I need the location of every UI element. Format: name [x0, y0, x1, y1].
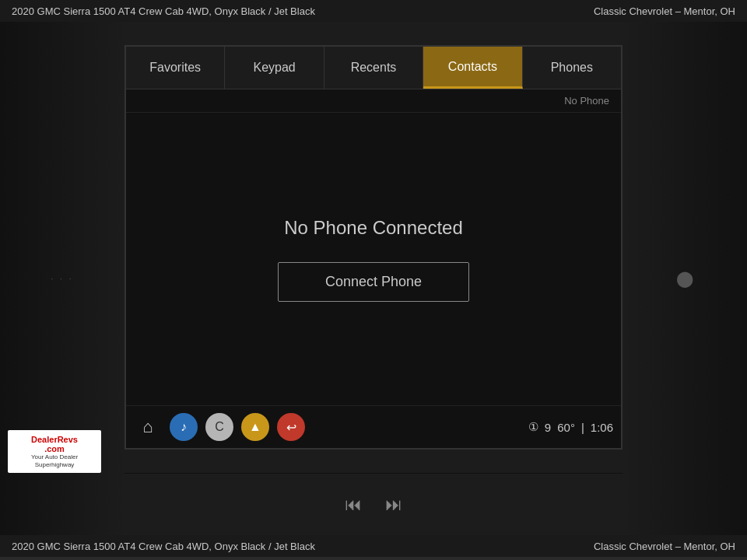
music-button[interactable]: ♪	[170, 413, 198, 441]
top-bar-right: Classic Chevrolet – Mentor, OH	[594, 5, 735, 17]
bottom-caption: 2020 GMC Sierra 1500 AT4 Crew Cab 4WD, O…	[0, 535, 747, 557]
bottom-caption-right: Classic Chevrolet – Mentor, OH	[594, 541, 735, 552]
top-bar: 2020 GMC Sierra 1500 AT4 Crew Cab 4WD, O…	[0, 0, 747, 22]
dealer-logo: DealerRevs	[31, 435, 78, 444]
no-phone-status: No Phone	[564, 95, 609, 107]
dealer-domain: .com	[44, 444, 65, 453]
right-dots: ⬤	[676, 269, 693, 288]
prev-track-button[interactable]: ⏮	[345, 495, 362, 515]
tab-phones[interactable]: Phones	[523, 47, 621, 89]
connect-phone-button[interactable]: Connect Phone	[278, 262, 469, 302]
status-bar: No Phone	[126, 89, 621, 113]
temperature: 60°	[557, 421, 575, 434]
tab-bar: Favorites Keypad Recents Contacts Phones	[126, 47, 621, 89]
no-phone-title: No Phone Connected	[284, 217, 463, 239]
bottom-status: ① 9 60° | 1:06	[528, 420, 613, 434]
bottom-caption-left: 2020 GMC Sierra 1500 AT4 Crew Cab 4WD, O…	[12, 541, 315, 552]
bottom-icons-group: ⌂ ♪ C ▲ ↩	[134, 413, 305, 441]
top-bar-left: 2020 GMC Sierra 1500 AT4 Crew Cab 4WD, O…	[12, 5, 315, 17]
signal-strength: 9	[545, 421, 551, 434]
circle-indicator: ①	[528, 420, 538, 434]
tab-keypad[interactable]: Keypad	[225, 47, 324, 89]
clock: 1:06	[591, 421, 613, 434]
dealer-watermark: DealerRevs .com Your Auto Dealer Superhi…	[8, 430, 101, 473]
infotainment-screen: Favorites Keypad Recents Contacts Phones	[124, 45, 622, 450]
bottom-icon-bar: ⌂ ♪ C ▲ ↩ ① 9 60° | 1:06	[126, 405, 621, 448]
right-panel: ⬤	[622, 22, 747, 535]
phone-icon-button[interactable]: C	[205, 413, 233, 441]
next-track-button[interactable]: ⏭	[385, 495, 402, 515]
left-dots: · · ·	[51, 275, 74, 283]
main-wrapper: · · · Favorites Keypad Recents Co	[0, 22, 747, 535]
content-area: No Phone Connected Connect Phone	[126, 113, 621, 405]
controls-area: ⏮ ⏭	[124, 473, 622, 535]
home-button[interactable]: ⌂	[134, 413, 162, 441]
tab-contacts[interactable]: Contacts	[423, 47, 522, 89]
screen-wrapper: Favorites Keypad Recents Contacts Phones	[124, 22, 622, 535]
dealer-tagline: Your Auto Dealer Superhighway	[11, 453, 98, 468]
tab-recents[interactable]: Recents	[324, 47, 423, 89]
back-button[interactable]: ↩	[277, 413, 305, 441]
nav-button[interactable]: ▲	[241, 413, 269, 441]
divider: |	[581, 421, 584, 434]
tab-favorites[interactable]: Favorites	[126, 47, 225, 89]
